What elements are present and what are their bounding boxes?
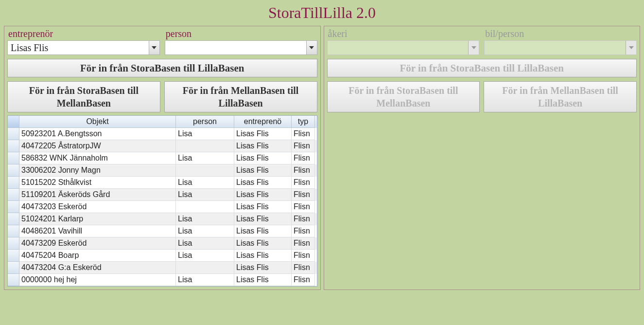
row-selector[interactable] — [8, 262, 19, 274]
row-selector[interactable] — [8, 213, 19, 225]
right-import-mellan-to-lilla-button: För in från MellanBasen till LillaBasen — [484, 81, 637, 112]
carrier-value — [328, 41, 469, 54]
contractor-value: Lisas Flis — [8, 41, 149, 54]
grid-header-person[interactable]: person — [176, 116, 234, 128]
grid-select-all[interactable] — [8, 116, 19, 128]
cell-objekt: 40475204 Boarp — [19, 250, 176, 262]
cell-person: Lisa — [176, 213, 234, 225]
table-row[interactable]: 586832 WNK JännaholmLisaLisas FlisFlisn — [8, 152, 317, 164]
cell-entreprenor: Lisas Flis — [234, 128, 292, 140]
grid-header-row: Objekt person entreprenö typ — [8, 116, 317, 128]
cell-objekt: 51109201 Äskeröds Gård — [19, 189, 176, 201]
cell-person: Lisa — [176, 177, 234, 189]
left-import-stora-to-mellan-button[interactable]: För in från StoraBasen till MellanBasen — [7, 81, 160, 112]
carrier-dropdown-button — [468, 41, 479, 54]
vehicle-combo — [484, 40, 637, 55]
vehicle-value — [485, 41, 626, 54]
cell-objekt: 40473203 Eskeröd — [19, 201, 176, 213]
row-selector[interactable] — [8, 189, 19, 201]
cell-objekt: 51024201 Karlarp — [19, 213, 176, 225]
cell-entreprenor: Lisas Flis — [234, 164, 292, 177]
cell-objekt: 50923201 A.Bengtsson — [19, 128, 176, 140]
row-selector[interactable] — [8, 164, 19, 177]
cell-typ: Flisn — [292, 128, 315, 140]
table-row[interactable]: 33006202 Jonny MagnLisas FlisFlisn — [8, 164, 317, 177]
grid-header-objekt[interactable]: Objekt — [19, 116, 176, 128]
cell-objekt: 51015202 Sthålkvist — [19, 177, 176, 189]
table-row[interactable]: 40472205 ÅstratorpJWLisas FlisFlisn — [8, 140, 317, 152]
app-title: StoraTillLilla 2.0 — [0, 0, 644, 26]
row-selector[interactable] — [8, 140, 19, 152]
cell-typ: Flisn — [292, 152, 315, 164]
left-import-stora-to-lilla-button[interactable]: För in från StoraBasen till LillaBasen — [7, 59, 317, 77]
cell-entreprenor: Lisas Flis — [234, 201, 292, 213]
cell-objekt: 40473204 G:a Eskeröd — [19, 262, 176, 274]
cell-entreprenor: Lisas Flis — [234, 140, 292, 152]
table-row[interactable]: 40473203 EskerödLisas FlisFlisn — [8, 201, 317, 213]
cell-person: Lisa — [176, 225, 234, 237]
cell-person — [176, 201, 234, 213]
cell-entreprenor: Lisas Flis — [234, 274, 292, 286]
cell-person: Lisa — [176, 237, 234, 250]
row-selector[interactable] — [8, 225, 19, 237]
cell-person — [176, 262, 234, 274]
row-selector[interactable] — [8, 237, 19, 250]
chevron-down-icon — [471, 46, 476, 49]
vehicle-label: bil/person — [484, 28, 637, 39]
person-dropdown-button[interactable] — [306, 41, 317, 54]
cell-typ: Flisn — [292, 189, 315, 201]
row-selector[interactable] — [8, 250, 19, 262]
table-row[interactable]: 0000000 hej hejLisaLisas FlisFlisn — [8, 274, 317, 286]
cell-person: Lisa — [176, 250, 234, 262]
table-row[interactable]: 50923201 A.BengtssonLisaLisas FlisFlisn — [8, 128, 317, 140]
table-row[interactable]: 51024201 KarlarpLisaLisas FlisFlisn — [8, 213, 317, 225]
cell-entreprenor: Lisas Flis — [234, 250, 292, 262]
chevron-down-icon — [309, 46, 314, 49]
table-row[interactable]: 40473209 EskerödLisaLisas FlisFlisn — [8, 237, 317, 250]
cell-objekt: 40473209 Eskeröd — [19, 237, 176, 250]
row-selector[interactable] — [8, 274, 19, 286]
cell-typ: Flisn — [292, 140, 315, 152]
cell-person: Lisa — [176, 152, 234, 164]
grid-header-entreprenor[interactable]: entreprenö — [234, 116, 292, 128]
cell-typ: Flisn — [292, 164, 315, 177]
cell-person: Lisa — [176, 274, 234, 286]
cell-entreprenor: Lisas Flis — [234, 189, 292, 201]
right-import-stora-to-lilla-button: För in från StoraBasen till LillaBasen — [327, 59, 637, 77]
contractor-dropdown-button[interactable] — [149, 41, 159, 54]
cell-person: Lisa — [176, 128, 234, 140]
grid-header-typ[interactable]: typ — [292, 116, 315, 128]
carrier-combo — [327, 40, 480, 55]
cell-objekt: 40472205 ÅstratorpJW — [19, 140, 176, 152]
cell-entreprenor: Lisas Flis — [234, 152, 292, 164]
table-row[interactable]: 51109201 Äskeröds GårdLisaLisas FlisFlis… — [8, 189, 317, 201]
table-row[interactable]: 51015202 SthålkvistLisaLisas FlisFlisn — [8, 177, 317, 189]
row-selector[interactable] — [8, 128, 19, 140]
cell-typ: Flisn — [292, 177, 315, 189]
person-value — [165, 41, 306, 54]
cell-person: Lisa — [176, 189, 234, 201]
cell-objekt: 33006202 Jonny Magn — [19, 164, 176, 177]
person-combo[interactable] — [165, 40, 317, 55]
contractor-combo[interactable]: Lisas Flis — [7, 40, 160, 55]
right-panel: åkeri bil/person För in från Stor — [324, 26, 641, 290]
cell-typ: Flisn — [292, 201, 315, 213]
cell-entreprenor: Lisas Flis — [234, 262, 292, 274]
carrier-label: åkeri — [327, 28, 480, 39]
cell-typ: Flisn — [292, 274, 315, 286]
table-row[interactable]: 40475204 BoarpLisaLisas FlisFlisn — [8, 250, 317, 262]
left-import-mellan-to-lilla-button[interactable]: För in från MellanBasen till LillaBasen — [164, 81, 317, 112]
cell-typ: Flisn — [292, 250, 315, 262]
left-panel: entreprenör Lisas Flis person För — [4, 26, 321, 290]
cell-objekt: 40486201 Vavihill — [19, 225, 176, 237]
row-selector[interactable] — [8, 177, 19, 189]
table-row[interactable]: 40473204 G:a EskerödLisas FlisFlisn — [8, 262, 317, 274]
table-row[interactable]: 40486201 VavihillLisaLisas FlisFlisn — [8, 225, 317, 237]
row-selector[interactable] — [8, 201, 19, 213]
cell-typ: Flisn — [292, 213, 315, 225]
chevron-down-icon — [152, 46, 157, 49]
row-selector[interactable] — [8, 152, 19, 164]
objects-grid[interactable]: Objekt person entreprenö typ 50923201 A.… — [7, 115, 317, 287]
cell-entreprenor: Lisas Flis — [234, 177, 292, 189]
cell-typ: Flisn — [292, 225, 315, 237]
